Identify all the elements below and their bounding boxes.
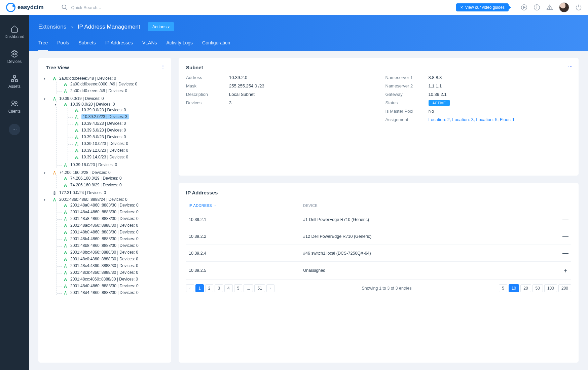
pagesize-10[interactable]: 10	[509, 284, 519, 292]
tree-node[interactable]: 10.39.12.0/23 | Devices: 0	[81, 148, 128, 153]
pagesize-200[interactable]: 200	[558, 284, 571, 292]
page-5[interactable]: 5	[234, 284, 243, 292]
page-1[interactable]: 1	[195, 284, 204, 292]
tree-node[interactable]: 10.39.8.0/23 | Devices: 0	[81, 135, 126, 139]
table-row[interactable]: 10.39.2.4#46 switch1.local (DCS-7250QX-6…	[186, 245, 571, 262]
tree-node[interactable]: 10.39.0.0/23 | Devices: 0	[81, 108, 126, 112]
tree-node[interactable]: 10.39.4.0/23 | Devices: 0	[81, 121, 126, 126]
tree-node[interactable]: 2001:48a4:4860::8888/30 | Devices: 0	[70, 210, 139, 214]
sidebar-item-clients[interactable]: Clients	[0, 96, 29, 118]
svg-point-9	[13, 53, 15, 55]
sidebar-item-label: Dashboard	[5, 34, 25, 39]
page-3[interactable]: 3	[215, 284, 223, 292]
page-prev[interactable]: ‹	[186, 284, 194, 292]
tree-node[interactable]: 10.39.10.0/23 | Devices: 0	[81, 141, 128, 146]
page-...[interactable]: ...	[244, 284, 253, 292]
sidebar-more-button[interactable]: ⋯	[9, 124, 20, 135]
sidebar-item-assets[interactable]: Assets	[0, 71, 29, 93]
more-vertical-icon[interactable]: ⋮	[161, 64, 165, 69]
table-row[interactable]: 10.39.2.1#1 Dell PowerEdge R710 (Generic…	[186, 211, 571, 228]
sidebar-item-dashboard[interactable]: Dashboard	[0, 21, 29, 43]
tree-node[interactable]: 2001:48b8:4860::8888/30 | Devices: 0	[70, 243, 139, 248]
tree-node[interactable]: 2001:48b0:4860::8888/30 | Devices: 0	[70, 230, 139, 234]
sitemap-icon	[64, 230, 68, 234]
tab-tree[interactable]: Tree	[38, 40, 48, 51]
tree-node[interactable]: 74.206.160.8/29 | Devices: 0	[70, 183, 122, 187]
tree-node[interactable]: 2001:48bc:4860::8888/30 | Devices: 0	[70, 250, 138, 255]
tree-toggle[interactable]: ▾	[44, 77, 47, 80]
minus-icon[interactable]: —	[558, 228, 571, 245]
svg-rect-29	[53, 100, 54, 101]
more-horizontal-icon[interactable]: ⋯	[568, 64, 573, 69]
svg-rect-44	[75, 131, 76, 132]
tree-node[interactable]: 2001:48cc:4860::8888/30 | Devices: 0	[70, 277, 138, 282]
minus-icon[interactable]: —	[558, 245, 571, 262]
tree-node[interactable]: 2001:48ac:4860::8888/30 | Devices: 0	[70, 223, 138, 228]
tree-node[interactable]: 2001:48b4:4860::8888/30 | Devices: 0	[70, 236, 139, 241]
video-guides-button[interactable]: ✕ View our video guides	[456, 3, 509, 11]
tree-node[interactable]: 10.39.6.0/23 | Devices: 0	[81, 128, 126, 133]
tree-node[interactable]: 2001:48a0:4860::8888/30 | Devices: 0	[70, 203, 139, 208]
play-circle-icon[interactable]	[521, 4, 527, 11]
page-51[interactable]: 51	[254, 284, 265, 292]
tree-toggle[interactable]: ▾	[44, 97, 47, 101]
tree-node[interactable]: 2a00:dd0:eeee:8000::/49 | Devices: 0	[70, 82, 137, 86]
search-icon[interactable]	[61, 4, 68, 11]
alert-triangle-icon[interactable]	[546, 4, 553, 11]
logo[interactable]: easydcim	[6, 3, 44, 12]
tree-node[interactable]: 2a00:dd0:eeee::/48 | Devices: 0	[59, 76, 116, 81]
sitemap-icon	[75, 155, 79, 159]
tree-toggle[interactable]: ▾	[44, 171, 47, 175]
tab-configuration[interactable]: Configuration	[202, 40, 230, 51]
pagesize-100[interactable]: 100	[544, 284, 557, 292]
tree-node[interactable]: 2001:48a8:4860::8888/30 | Devices: 0	[70, 216, 139, 221]
tree-node[interactable]: 74.206.160.0/28 | Devices: 0	[59, 170, 111, 175]
tree-node[interactable]: 2001:48c4:4860::8888/30 | Devices: 0	[70, 263, 138, 268]
tree-node[interactable]: 2001:48d0:4860::8888/30 | Devices: 0	[70, 284, 139, 288]
tree-node[interactable]: 2001:48c0:4860::8888/30 | Devices: 0	[70, 257, 138, 261]
tab-subnets[interactable]: Subnets	[78, 40, 96, 51]
page-4[interactable]: 4	[224, 284, 233, 292]
plus-icon[interactable]: ＋	[558, 262, 571, 280]
svg-rect-72	[53, 200, 54, 201]
sidebar-item-devices[interactable]: Devices	[0, 46, 29, 68]
tree-node[interactable]: 10.39.2.0/23 | Devices: 3	[81, 114, 129, 119]
tree-node[interactable]: 2001:48d4:4860::8888/30 | Devices: 0	[70, 290, 139, 295]
tab-vlans[interactable]: VLANs	[142, 40, 157, 51]
tree-node[interactable]: 2001:4860:4860::8888/24 | Devices: 0	[59, 197, 127, 202]
page-next[interactable]: ›	[266, 284, 274, 292]
minus-icon[interactable]: —	[558, 211, 571, 228]
col-device[interactable]: DEVICE	[300, 200, 558, 211]
tree-node[interactable]: 2a00:dd0:eeee::/49 | Devices: 0	[70, 88, 127, 93]
actions-button[interactable]: Actions ▾	[148, 22, 174, 31]
svg-rect-45	[77, 131, 78, 132]
svg-rect-69	[66, 186, 67, 187]
power-icon[interactable]	[575, 4, 582, 11]
page-2[interactable]: 2	[205, 284, 214, 292]
info-icon[interactable]	[534, 4, 540, 11]
tab-ip-addresses[interactable]: IP Addresses	[105, 40, 133, 51]
tree-toggle[interactable]: ▾	[44, 198, 47, 201]
tree-node[interactable]: 74.206.160.0/29 | Devices: 0	[70, 176, 122, 181]
avatar[interactable]	[559, 2, 569, 12]
tree-toggle[interactable]: ▾	[55, 103, 58, 106]
tab-pools[interactable]: Pools	[57, 40, 69, 51]
breadcrumb-root[interactable]: Extensions	[38, 24, 66, 30]
tab-activity-logs[interactable]: Activity Logs	[167, 40, 193, 51]
pagesize-50[interactable]: 50	[532, 284, 543, 292]
tree-node[interactable]: 2001:48c8:4860::8888/30 | Devices: 0	[70, 270, 138, 275]
close-icon[interactable]: ✕	[460, 5, 463, 10]
table-row[interactable]: 10.39.2.2#12 Dell PowerEdge R710 (Generi…	[186, 228, 571, 245]
table-row[interactable]: 10.39.2.5Unassigned＋	[186, 262, 571, 280]
col-ip-address[interactable]: IP ADDRESS ↑	[186, 200, 300, 211]
tree-node[interactable]: 172.31.0.0/24 | Devices: 0	[59, 190, 106, 195]
search-input[interactable]	[71, 5, 152, 10]
tree-node[interactable]: 10.39.14.0/23 | Devices: 0	[81, 155, 128, 159]
pagesize-20[interactable]: 20	[520, 284, 531, 292]
info-value[interactable]: Location: 2, Location: 3, Location: 5, F…	[429, 117, 515, 122]
tree-node[interactable]: 10.39.16.0/20 | Devices: 0	[70, 162, 117, 167]
tree-node[interactable]: 10.39.0.0/19 | Devices: 0	[59, 96, 104, 101]
sitemap-icon	[64, 251, 68, 255]
tree-node[interactable]: 10.39.0.0/20 | Devices: 0	[70, 102, 115, 107]
pagesize-5[interactable]: 5	[499, 284, 507, 292]
